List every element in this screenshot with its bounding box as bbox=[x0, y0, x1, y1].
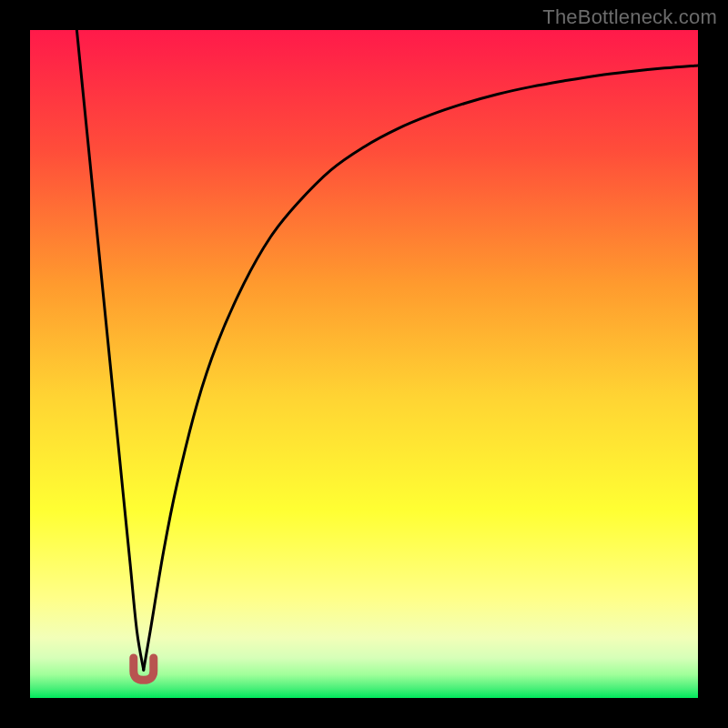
gradient-background bbox=[30, 30, 698, 698]
chart-plot-area bbox=[30, 30, 698, 698]
chart-frame: TheBottleneck.com bbox=[0, 0, 728, 728]
chart-svg bbox=[30, 30, 698, 698]
watermark-text: TheBottleneck.com bbox=[542, 5, 717, 29]
